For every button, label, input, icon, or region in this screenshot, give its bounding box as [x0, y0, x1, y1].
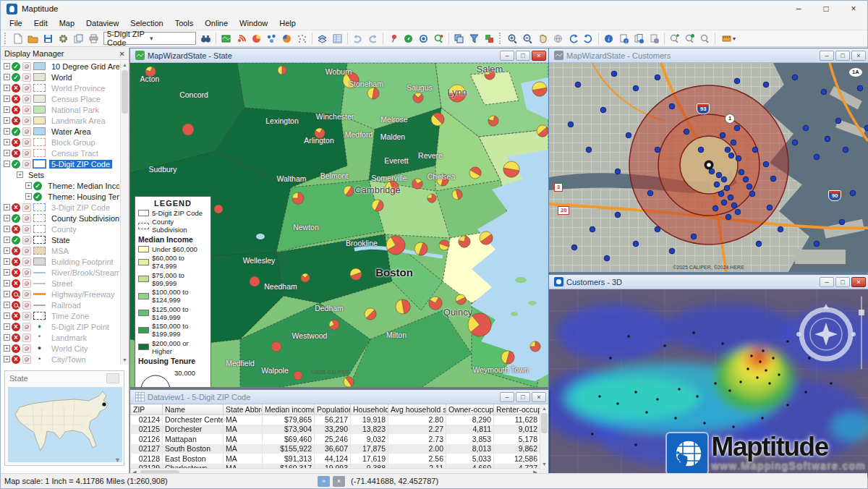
expand-toggle[interactable]: + — [4, 95, 10, 102]
layer-visibility-icon[interactable] — [12, 323, 20, 331]
autoscale-icon[interactable] — [22, 84, 31, 93]
autoscale-icon[interactable] — [22, 268, 31, 277]
dataview-window[interactable]: Dataview1 - 5-Digit ZIP Code – □ × ZIPNa… — [129, 389, 549, 477]
layer-row[interactable]: +Theme: Median Income — [2, 180, 119, 191]
expand-toggle[interactable]: + — [4, 215, 10, 221]
collapse-caret-icon[interactable]: ▼ — [114, 456, 121, 464]
minimize-button[interactable]: – — [820, 277, 834, 287]
layer-visibility-icon[interactable] — [12, 106, 20, 114]
autoscale-icon[interactable] — [22, 355, 31, 364]
layer-style-swatch[interactable]: ● — [33, 344, 46, 352]
restore-button[interactable]: □ — [516, 392, 530, 402]
layer-style-swatch[interactable] — [33, 73, 46, 81]
header-row[interactable]: ZIPNameState AbbrevMedian incomePopulati… — [131, 404, 549, 414]
toolbar-grip[interactable] — [4, 33, 8, 44]
new-document-icon[interactable] — [10, 32, 25, 46]
expand-toggle[interactable]: + — [4, 247, 10, 254]
layer-visibility-icon[interactable] — [12, 138, 20, 147]
layer-row[interactable]: +Time Zone — [2, 310, 119, 321]
select-add-icon[interactable] — [667, 32, 682, 46]
layer-style-swatch[interactable] — [33, 312, 46, 320]
locate-green-icon[interactable] — [401, 32, 416, 46]
restore-button[interactable]: □ — [835, 51, 850, 61]
expand-toggle[interactable]: + — [4, 302, 10, 308]
expand-toggle[interactable]: + — [4, 269, 10, 276]
minimize-button[interactable]: – — [785, 1, 812, 17]
scroll-up-icon[interactable]: ▲ — [121, 61, 129, 69]
close-button[interactable]: × — [840, 1, 867, 17]
layer-style-swatch[interactable] — [33, 305, 46, 306]
measure-icon[interactable]: ▾ — [718, 32, 739, 46]
layer-visibility-icon[interactable] — [12, 268, 20, 277]
customers-map-canvas[interactable]: 9311A90320 ©2025 CALIPER, ©2024 HERE — [549, 63, 868, 272]
autoscale-icon[interactable] — [22, 344, 31, 353]
customers-map-titlebar[interactable]: MapWizardState - Customers – □ × — [549, 48, 868, 63]
table-row[interactable]: 02126MattapanMA$69,46025,2469,0322.733,8… — [131, 434, 549, 444]
layer-visibility-icon[interactable] — [12, 247, 20, 255]
expand-toggle[interactable]: + — [4, 150, 10, 156]
column-header[interactable]: Renter-occupied — [494, 404, 540, 414]
close-icon[interactable]: ✕ — [119, 50, 125, 58]
autoscale-icon[interactable] — [22, 312, 31, 320]
layer-style-swatch[interactable]: * — [33, 333, 46, 341]
layer-style-swatch[interactable]: ♦ — [33, 323, 46, 331]
menu-item[interactable]: Online — [199, 17, 234, 30]
column-header[interactable]: State Abbrev — [224, 404, 263, 414]
scroll-up-icon[interactable]: ▲ — [540, 404, 548, 412]
autoscale-icon[interactable] — [22, 106, 31, 114]
layer-row[interactable]: +Railroad — [2, 299, 119, 310]
column-header[interactable]: Population — [315, 404, 351, 414]
autoscale-icon[interactable] — [22, 138, 31, 147]
layer-visibility-icon[interactable] — [12, 84, 20, 93]
layer-style-swatch[interactable] — [33, 138, 46, 146]
table-row[interactable]: 02124Dorchester CenterMA$79,86556,21719,… — [131, 414, 549, 425]
layer-row[interactable]: +County Subdivision — [2, 213, 119, 224]
layer-visibility-icon[interactable] — [12, 290, 20, 299]
layer-row[interactable]: +Census Tract — [2, 148, 119, 158]
layer-row[interactable]: +Landmark Area — [2, 115, 119, 126]
layer-visibility-icon[interactable] — [12, 279, 20, 288]
autoscale-icon[interactable] — [22, 203, 31, 212]
layer-row[interactable]: +State — [2, 234, 119, 245]
layer-visibility-icon[interactable] — [12, 73, 20, 82]
column-header[interactable]: Owner-occupied — [446, 404, 494, 414]
previous-extent-icon[interactable] — [566, 32, 581, 46]
zoom-out-icon[interactable] — [520, 32, 535, 46]
autoscale-icon[interactable] — [22, 95, 31, 103]
autoscale-icon[interactable] — [22, 116, 31, 125]
column-header[interactable]: Median income — [263, 404, 315, 414]
column-header[interactable]: Avg household size — [388, 404, 446, 414]
layer-row[interactable]: +3-Digit ZIP Code — [2, 202, 119, 213]
expand-toggle[interactable]: + — [4, 204, 10, 211]
tree-scrollbar[interactable]: ▲ ▼ — [120, 61, 129, 365]
layer-visibility-icon[interactable] — [12, 236, 20, 244]
table-row[interactable]: 02125DorchesterMA$73,90433,29013,8232.27… — [131, 425, 549, 435]
layer-row[interactable]: +World — [2, 72, 119, 82]
customers-3d-titlebar[interactable]: Customers - 3D – □ × — [549, 275, 868, 289]
scroll-down-icon[interactable]: ▼ — [121, 356, 129, 365]
column-header[interactable]: Name — [163, 404, 224, 414]
chart-theme-icon[interactable] — [279, 32, 294, 46]
select-route-icon[interactable] — [682, 32, 697, 46]
undo-icon[interactable] — [350, 32, 365, 46]
layer-style-swatch[interactable] — [33, 149, 46, 157]
redo-icon[interactable] — [365, 32, 380, 46]
layer-visibility-icon[interactable] — [12, 312, 20, 320]
layer-row[interactable]: +River/Brook/Stream — [2, 267, 119, 278]
expand-toggle[interactable]: + — [4, 312, 10, 319]
target-icon[interactable] — [416, 32, 431, 46]
layer-select[interactable]: 5-Digit ZIP Code▾ — [103, 32, 196, 45]
layer-row[interactable]: +10 Degree Grid Area — [2, 61, 119, 72]
find-binoculars-icon[interactable] — [198, 32, 213, 46]
expand-toggle[interactable]: + — [4, 258, 10, 265]
info-gray-icon[interactable] — [647, 32, 662, 46]
dot-density-theme-icon[interactable] — [294, 32, 310, 46]
column-header[interactable]: ZIP — [131, 404, 163, 414]
autoscale-icon[interactable] — [22, 301, 31, 310]
expand-toggle[interactable]: + — [25, 182, 32, 189]
merge-icon[interactable] — [482, 32, 497, 46]
layer-visibility-icon[interactable] — [12, 258, 20, 266]
layer-visibility-icon[interactable] — [12, 344, 20, 353]
close-button[interactable]: × — [851, 277, 866, 287]
layers-icon[interactable] — [315, 32, 330, 46]
